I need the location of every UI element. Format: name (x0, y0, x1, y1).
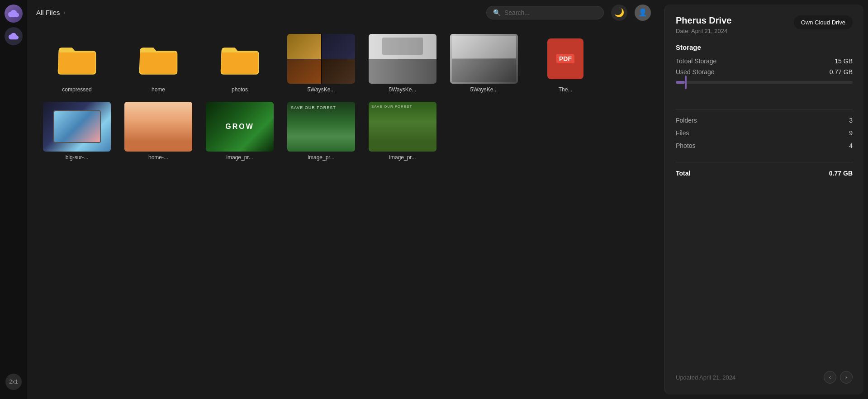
file-grid-area: compressed home (27, 25, 660, 399)
total-storage-label: Totoal Storage (676, 57, 716, 65)
file-thumb-imagepr3: SAVE OUR FOREST (369, 102, 436, 152)
list-item[interactable]: 5WaysKe... (448, 34, 520, 93)
file-grid: compressed home (41, 34, 646, 161)
photos-value: 4 (849, 142, 853, 149)
storage-title: Storage (676, 43, 853, 51)
used-storage-value: 0.77 GB (830, 68, 853, 76)
total-row: Total 0.77 GB (676, 170, 853, 177)
theme-toggle-button[interactable]: 🌙 (611, 5, 627, 21)
file-thumb-imagepr2: SAVE OUR FOREST (287, 102, 355, 152)
file-label-compressed: compressed (62, 86, 91, 93)
list-item[interactable]: home (122, 34, 194, 93)
list-item[interactable]: photos (204, 34, 276, 93)
own-cloud-button[interactable]: Own Cloud Drive (794, 15, 853, 29)
nav-arrows: ‹ › (824, 371, 853, 384)
file-thumb-bigsur (43, 102, 111, 152)
file-thumb-5ways1 (287, 34, 355, 84)
list-item[interactable]: big-sur-... (41, 102, 113, 161)
divider2 (676, 162, 853, 162)
sidebar-logo[interactable] (5, 5, 23, 23)
folder-thumb-compressed (43, 34, 111, 84)
total-storage-row: Totoal Storage 15 GB (676, 57, 853, 65)
list-item[interactable]: SAVE OUR FOREST image_pr... (366, 102, 439, 161)
pdf-badge: PDF (556, 54, 574, 63)
right-panel: Pherus Drive Date: April 21, 2024 Own Cl… (664, 5, 863, 394)
photos-label: Photos (676, 142, 696, 149)
sidebar: 2x1 (0, 0, 27, 399)
forest-text: SAVE OUR FOREST (291, 105, 336, 110)
file-label-imagepr1: image_pr... (226, 154, 253, 161)
list-item[interactable]: home-... (122, 102, 194, 161)
list-item[interactable]: compressed (41, 34, 113, 93)
folders-value: 3 (849, 117, 853, 124)
topbar: All Files › 🔍 🌙 👤 (27, 0, 660, 25)
list-item[interactable]: SAVE OUR FOREST image_pr... (285, 102, 357, 161)
file-label-5ways1: 5WaysKe... (308, 86, 335, 93)
updated-label: Updated April 21, 2024 (676, 374, 735, 381)
file-label-photos: photos (232, 86, 248, 93)
prev-arrow[interactable]: ‹ (824, 371, 836, 384)
breadcrumb: All Files › (36, 9, 66, 16)
folder-thumb-home (124, 34, 192, 84)
photos-row: Photos 4 (676, 142, 853, 149)
list-item[interactable]: PDF The... (529, 34, 602, 93)
list-item[interactable]: GROW image_pr... (204, 102, 276, 161)
file-thumb-pdf: PDF (531, 34, 599, 84)
files-value: 9 (849, 129, 853, 137)
zoom-text: 2x1 (9, 379, 18, 385)
folders-label: Folders (676, 117, 697, 124)
list-item[interactable]: 5WaysKe... (285, 34, 357, 93)
file-label-home: home (152, 86, 165, 93)
storage-section: Storage Totoal Storage 15 GB Used Storag… (676, 43, 853, 93)
file-label-bigsur: big-sur-... (66, 154, 89, 161)
panel-date: Date: April 21, 2024 (676, 28, 731, 34)
files-row: Files 9 (676, 129, 853, 137)
file-thumb-homeimg (124, 102, 192, 152)
search-bar: 🔍 (486, 6, 604, 19)
moon-icon: 🌙 (614, 8, 624, 18)
sidebar-bottom: 2x1 (5, 374, 22, 394)
search-input[interactable] (504, 9, 597, 16)
total-label: Total (676, 170, 690, 177)
divider (676, 109, 853, 109)
storage-indicator (685, 76, 687, 89)
search-icon: 🔍 (493, 9, 501, 16)
used-storage-row: Used Storage 0.77 GB (676, 68, 853, 76)
user-avatar[interactable]: 👤 (635, 5, 651, 21)
file-label-imagepr2: image_pr... (308, 154, 334, 161)
avatar-image: 👤 (638, 8, 647, 17)
file-thumb-5ways3 (450, 34, 518, 84)
file-label-5ways3: 5WaysKe... (470, 86, 498, 93)
list-item[interactable]: 5WaysKe... (366, 34, 439, 93)
panel-footer: Updated April 21, 2024 ‹ › (676, 371, 853, 384)
storage-bar-fill (676, 81, 685, 84)
file-thumb-imagepr1: GROW (206, 102, 274, 152)
file-label-imagepr3: image_pr... (389, 154, 416, 161)
folders-row: Folders 3 (676, 117, 853, 124)
total-storage-value: 15 GB (835, 57, 853, 65)
file-thumb-5ways2 (369, 34, 436, 84)
file-label-5ways2: 5WaysKe... (389, 86, 417, 93)
breadcrumb-all-files[interactable]: All Files (36, 9, 60, 16)
file-label-pdf: The... (559, 86, 573, 93)
zoom-label-btn: 2x1 (5, 374, 22, 390)
grow-text: GROW (225, 123, 254, 131)
file-label-homeimg: home-... (148, 154, 168, 161)
files-label: Files (676, 129, 689, 137)
breadcrumb-arrow: › (64, 10, 66, 16)
sidebar-cloud-icon[interactable] (5, 27, 23, 45)
folder-thumb-photos (206, 34, 274, 84)
total-value: 0.77 GB (829, 170, 853, 177)
storage-bar (676, 81, 853, 84)
main-content: All Files › 🔍 🌙 👤 comp (27, 0, 660, 399)
panel-header: Pherus Drive Date: April 21, 2024 Own Cl… (676, 15, 853, 34)
panel-title: Pherus Drive (676, 15, 731, 26)
next-arrow[interactable]: › (840, 371, 853, 384)
used-storage-label: Used Storage (676, 68, 715, 76)
